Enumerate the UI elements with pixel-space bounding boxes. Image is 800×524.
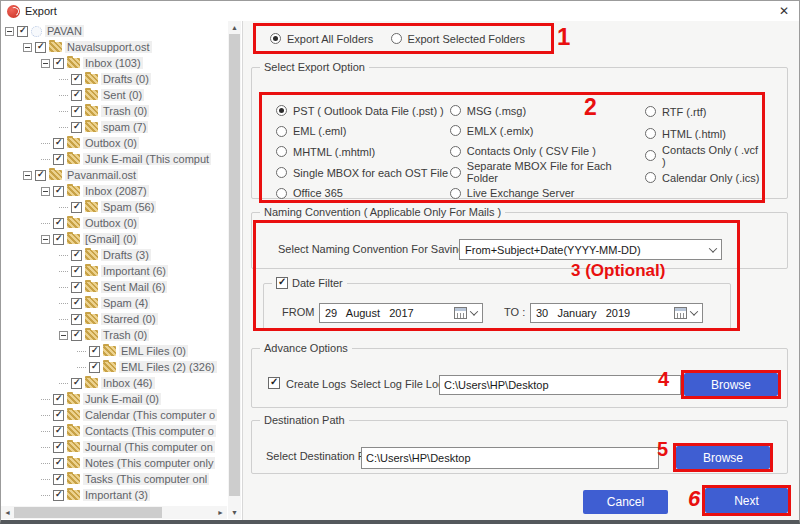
- tree-item[interactable]: EML Files (0): [1, 343, 227, 359]
- radio-export-format[interactable]: PST ( Outlook Data File (.pst) ): [276, 104, 450, 118]
- tree-checkbox[interactable]: [71, 314, 82, 325]
- tree-item[interactable]: Calendar (This computer o: [1, 407, 227, 423]
- tree-item[interactable]: PAVAN: [1, 23, 227, 39]
- tree-horizontal-scrollbar[interactable]: ◄ ►: [1, 506, 227, 519]
- tree-item[interactable]: [Gmail] (0): [1, 231, 227, 247]
- tree-item[interactable]: Starred (0): [1, 311, 227, 327]
- tree-checkbox[interactable]: [53, 58, 64, 69]
- naming-convention-select[interactable]: From+Subject+Date(YYYY-MM-DD): [459, 239, 722, 260]
- tree-item[interactable]: Important (3): [1, 487, 227, 503]
- tree-expander-icon[interactable]: [41, 235, 50, 244]
- tree-checkbox[interactable]: [53, 394, 64, 405]
- tree-item[interactable]: EML Files (2) (326): [1, 359, 227, 375]
- next-button[interactable]: Next: [705, 488, 788, 513]
- tree-item[interactable]: Trash (0): [1, 103, 227, 119]
- tree-item[interactable]: Tasks (This computer onl: [1, 471, 227, 487]
- tree-item[interactable]: Inbox (2087): [1, 183, 227, 199]
- tree-checkbox[interactable]: [53, 154, 64, 165]
- radio-export-scope[interactable]: Export All Folders: [270, 31, 373, 46]
- tree-checkbox[interactable]: [71, 74, 82, 85]
- tree-checkbox[interactable]: [71, 378, 82, 389]
- vertical-scroll-thumb[interactable]: [229, 34, 240, 496]
- tree-checkbox[interactable]: [71, 122, 82, 133]
- radio-export-format[interactable]: EML (.eml): [276, 125, 450, 139]
- radio-export-format[interactable]: HTML (.html): [645, 126, 762, 141]
- radio-export-format[interactable]: Office 365: [276, 186, 450, 200]
- radio-export-format[interactable]: Live Exchange Server: [450, 187, 645, 200]
- tree-item[interactable]: Sent Mail (6): [1, 279, 227, 295]
- tree-item[interactable]: spam (7): [1, 119, 227, 135]
- tree-item[interactable]: Spam (56): [1, 199, 227, 215]
- tree-checkbox[interactable]: [71, 202, 82, 213]
- tree-checkbox[interactable]: [53, 490, 64, 501]
- tree-checkbox[interactable]: [53, 138, 64, 149]
- scroll-left-icon[interactable]: ◄: [1, 506, 14, 519]
- horizontal-scroll-thumb[interactable]: [14, 507, 162, 518]
- tree-checkbox[interactable]: [53, 458, 64, 469]
- radio-export-format[interactable]: EMLX (.emlx): [450, 124, 645, 137]
- tree-expander-icon[interactable]: [41, 187, 50, 196]
- tree-expander-icon[interactable]: [23, 171, 32, 180]
- tree-checkbox[interactable]: [71, 90, 82, 101]
- radio-export-format[interactable]: RTF (.rtf): [645, 104, 762, 119]
- scroll-up-icon[interactable]: ▲: [228, 21, 241, 34]
- close-icon[interactable]: ✕: [775, 4, 793, 18]
- tree-checkbox[interactable]: [53, 474, 64, 485]
- tree-expander-icon[interactable]: [59, 331, 68, 340]
- radio-export-format[interactable]: Single MBOX for each OST File: [276, 166, 450, 180]
- tree-item[interactable]: Navalsupport.ost: [1, 39, 227, 55]
- browse-log-button[interactable]: Browse: [684, 373, 778, 396]
- cancel-button[interactable]: Cancel: [583, 490, 668, 514]
- tree-checkbox[interactable]: [35, 42, 46, 53]
- tree-checkbox[interactable]: [53, 218, 64, 229]
- tree-checkbox[interactable]: [71, 298, 82, 309]
- log-location-input[interactable]: [439, 375, 681, 395]
- tree-item[interactable]: Notes (This computer only: [1, 455, 227, 471]
- tree-vertical-scrollbar[interactable]: ▲ ▼: [228, 21, 241, 519]
- radio-export-format[interactable]: MHTML (.mhtml): [276, 145, 450, 159]
- date-filter-checkbox[interactable]: [276, 277, 288, 289]
- tree-checkbox[interactable]: [89, 362, 100, 373]
- scroll-right-icon[interactable]: ►: [214, 506, 227, 519]
- tree-checkbox[interactable]: [71, 266, 82, 277]
- radio-export-scope[interactable]: Export Selected Folders: [391, 31, 525, 46]
- tree-item[interactable]: Drafts (3): [1, 247, 227, 263]
- tree-item[interactable]: Outbox (0): [1, 215, 227, 231]
- tree-checkbox[interactable]: [17, 26, 28, 37]
- tree-item[interactable]: Junk E-mail (This comput: [1, 151, 227, 167]
- tree-checkbox[interactable]: [53, 410, 64, 421]
- tree-expander-icon[interactable]: [41, 59, 50, 68]
- radio-export-format[interactable]: Calendar Only (.ics): [645, 170, 762, 185]
- browse-destination-button[interactable]: Browse: [676, 446, 770, 469]
- tree-checkbox[interactable]: [53, 426, 64, 437]
- tree-item[interactable]: Junk E-mail (0): [1, 391, 227, 407]
- tree-checkbox[interactable]: [71, 106, 82, 117]
- tree-checkbox[interactable]: [53, 234, 64, 245]
- tree-item[interactable]: Inbox (103): [1, 55, 227, 71]
- tree-checkbox[interactable]: [53, 442, 64, 453]
- tree-item[interactable]: Spam (4): [1, 295, 227, 311]
- tree-item[interactable]: Outbox (0): [1, 135, 227, 151]
- tree-item[interactable]: Pavanmail.ost: [1, 167, 227, 183]
- tree-item[interactable]: Inbox (46): [1, 375, 227, 391]
- radio-export-format[interactable]: Contacts Only ( .vcf ): [645, 148, 762, 163]
- tree-checkbox[interactable]: [89, 346, 100, 357]
- date-from-field[interactable]: 29 August 2017: [319, 303, 483, 323]
- tree-expander-icon[interactable]: [23, 43, 32, 52]
- radio-export-format[interactable]: Separate MBOX File for Each Folder: [450, 165, 645, 180]
- tree-checkbox[interactable]: [53, 186, 64, 197]
- tree-item[interactable]: Sent (0): [1, 87, 227, 103]
- tree-checkbox[interactable]: [71, 250, 82, 261]
- tree-checkbox[interactable]: [71, 330, 82, 341]
- tree-item[interactable]: Contacts (This computer o: [1, 423, 227, 439]
- tree-item[interactable]: Drafts (0): [1, 71, 227, 87]
- create-logs-checkbox[interactable]: [268, 377, 280, 389]
- tree-checkbox[interactable]: [71, 282, 82, 293]
- tree-item[interactable]: Trash (0): [1, 327, 227, 343]
- date-to-field[interactable]: 30 January 2019: [530, 303, 703, 323]
- tree-item[interactable]: Important (6): [1, 263, 227, 279]
- scroll-down-icon[interactable]: ▼: [228, 506, 241, 519]
- radio-export-format[interactable]: Contacts Only ( CSV File ): [450, 145, 645, 158]
- destination-path-input[interactable]: [361, 447, 659, 469]
- tree-item[interactable]: Journal (This computer on: [1, 439, 227, 455]
